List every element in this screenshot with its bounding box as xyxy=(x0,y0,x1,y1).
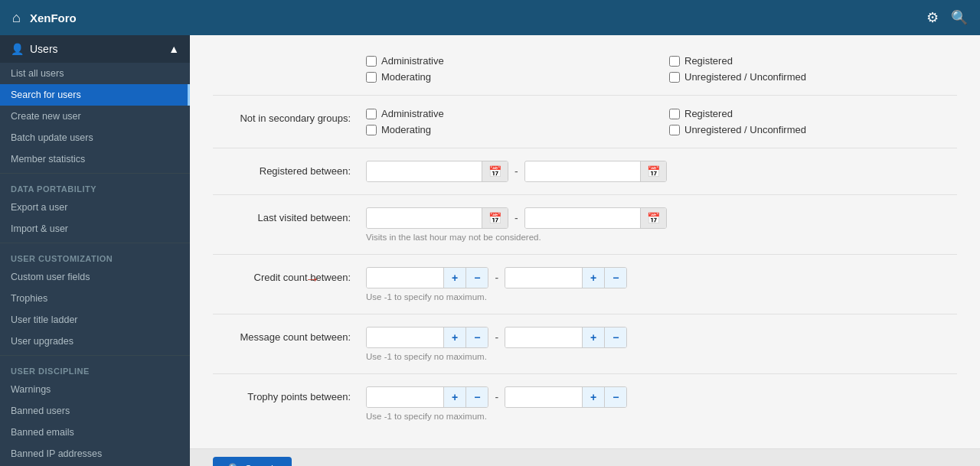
form-label-primary xyxy=(213,55,366,60)
registered-between-row: Registered between: 📅 - 📅 xyxy=(213,148,957,195)
message-max-input[interactable]: -1 xyxy=(505,328,582,347)
navbar: ⌂ XenForo ⚙ 🔍 xyxy=(0,0,980,35)
search-bar-bottom: 🔍 Search xyxy=(190,448,980,466)
credit-max-group: -1 + − xyxy=(505,267,627,288)
registered-date-from-calendar-btn[interactable]: 📅 xyxy=(482,161,508,181)
checkbox-registered-secondary-label: Registered xyxy=(684,108,733,119)
sidebar-item-banned-users[interactable]: Banned users xyxy=(0,400,190,422)
sidebar-section-header[interactable]: 👤 Users ▲ xyxy=(0,35,190,63)
settings-icon[interactable]: ⚙ xyxy=(926,9,939,26)
sidebar-item-custom-user-fields[interactable]: Custom user fields xyxy=(0,266,190,288)
message-max-minus-btn[interactable]: − xyxy=(604,328,626,347)
trophy-max-input[interactable]: -1 xyxy=(505,388,582,407)
message-count-range: 0 + − - -1 + − xyxy=(366,327,957,348)
credit-min-plus-btn[interactable]: + xyxy=(443,268,466,288)
credit-count-row: → Credit count between: 0 + − - -1 + xyxy=(213,255,957,314)
trophy-max-minus-btn[interactable]: − xyxy=(604,387,626,407)
user-customization-label: User customization xyxy=(0,246,190,266)
checkbox-unregistered-primary-label: Unregistered / Unconfirmed xyxy=(684,71,806,83)
credit-count-range: 0 + − - -1 + − xyxy=(366,267,957,288)
checkbox-unregistered-secondary-label: Unregistered / Unconfirmed xyxy=(684,124,806,135)
sidebar-item-banned-ip-addresses[interactable]: Banned IP addresses xyxy=(0,443,190,464)
message-min-input[interactable]: 0 xyxy=(367,328,443,347)
registered-date-to-wrapper: 📅 xyxy=(524,161,667,182)
checkbox-administrative-primary-input[interactable] xyxy=(366,56,377,67)
registered-date-from-wrapper: 📅 xyxy=(366,161,508,182)
checkbox-moderating-secondary-input[interactable] xyxy=(366,125,377,135)
message-count-row: Message count between: 0 + − - -1 + − xyxy=(213,314,957,374)
last-visited-date-from-input[interactable] xyxy=(367,209,482,228)
credit-min-minus-btn[interactable]: − xyxy=(466,268,488,288)
home-icon[interactable]: ⌂ xyxy=(12,10,21,26)
credit-range-separator: - xyxy=(495,272,498,284)
trophy-min-input[interactable]: 0 xyxy=(367,388,443,407)
last-visited-hint: Visits in the last hour may not be consi… xyxy=(366,233,957,242)
trophy-min-minus-btn[interactable]: − xyxy=(466,387,488,407)
registered-date-from-input[interactable] xyxy=(367,162,482,181)
sidebar-item-list-all-users[interactable]: List all users xyxy=(0,63,190,84)
credit-max-plus-btn[interactable]: + xyxy=(582,268,604,288)
sidebar-item-user-title-ladder[interactable]: User title ladder xyxy=(0,309,190,331)
brand-name: XenForo xyxy=(30,11,77,24)
checkbox-moderating-primary-input[interactable] xyxy=(366,72,377,83)
sidebar-divider-2 xyxy=(0,243,190,243)
secondary-groups-content: Administrative Registered Moderating xyxy=(366,108,957,135)
sidebar-item-import-a-user[interactable]: Import & user xyxy=(0,218,190,240)
message-min-plus-btn[interactable]: + xyxy=(443,328,466,347)
sidebar-item-batch-update-users[interactable]: Batch update users xyxy=(0,127,190,148)
credit-max-minus-btn[interactable]: − xyxy=(604,268,626,288)
message-count-label: Message count between: xyxy=(213,327,366,343)
search-button[interactable]: 🔍 Search xyxy=(213,457,292,466)
checkbox-registered-primary: Registered xyxy=(669,55,957,67)
sidebar-item-export-a-user[interactable]: Export a user xyxy=(0,197,190,218)
user-icon: 👤 xyxy=(11,43,24,55)
registered-date-separator: - xyxy=(514,165,518,178)
primary-groups-content: Administrative Registered Moderating xyxy=(366,55,957,83)
secondary-groups-row: Not in secondary groups: Administrative … xyxy=(213,96,957,148)
last-visited-content: 📅 - 📅 Visits in the last hour may not be… xyxy=(366,207,957,242)
credit-count-hint: Use -1 to specify no maximum. xyxy=(366,292,957,301)
last-visited-date-to-input[interactable] xyxy=(525,209,640,228)
trophy-min-plus-btn[interactable]: + xyxy=(443,387,466,407)
trophy-points-hint: Use -1 to specify no maximum. xyxy=(366,412,957,421)
sidebar-item-warnings[interactable]: Warnings xyxy=(0,379,190,400)
sidebar-item-create-new-user[interactable]: Create new user xyxy=(0,106,190,127)
credit-count-content: 0 + − - -1 + − Use -1 to specify no maxi… xyxy=(366,267,957,301)
message-min-minus-btn[interactable]: − xyxy=(466,328,488,347)
checkbox-administrative-primary: Administrative xyxy=(366,55,654,67)
search-icon[interactable]: 🔍 xyxy=(951,9,968,26)
registered-date-to-input[interactable] xyxy=(525,162,640,181)
checkbox-administrative-secondary-input[interactable] xyxy=(366,109,377,119)
checkbox-administrative-secondary-label: Administrative xyxy=(381,108,444,119)
checkbox-unregistered-primary-input[interactable] xyxy=(669,72,680,83)
last-visited-date-to-calendar-btn[interactable]: 📅 xyxy=(640,208,666,228)
sidebar-item-member-statistics[interactable]: Member statistics xyxy=(0,148,190,170)
trophy-max-plus-btn[interactable]: + xyxy=(582,387,604,407)
checkbox-moderating-primary-label: Moderating xyxy=(381,71,431,83)
checkbox-administrative-secondary: Administrative xyxy=(366,108,654,119)
credit-count-label: Credit count between: xyxy=(213,267,366,283)
trophy-max-group: -1 + − xyxy=(505,386,627,408)
last-visited-row: Last visited between: 📅 - 📅 Visits xyxy=(213,195,957,255)
last-visited-date-to-wrapper: 📅 xyxy=(524,207,667,229)
checkbox-unregistered-secondary-input[interactable] xyxy=(669,125,680,135)
sidebar-item-banned-emails[interactable]: Banned emails xyxy=(0,422,190,443)
credit-max-input[interactable]: -1 xyxy=(505,269,582,288)
sidebar-item-search-for-users[interactable]: Search for users xyxy=(0,84,190,106)
registered-date-to-calendar-btn[interactable]: 📅 xyxy=(640,161,666,181)
checkbox-registered-primary-input[interactable] xyxy=(669,56,680,67)
checkbox-moderating-secondary: Moderating xyxy=(366,124,654,135)
last-visited-date-separator: - xyxy=(514,212,518,224)
sidebar-item-user-upgrades[interactable]: User upgrades xyxy=(0,331,190,352)
message-min-group: 0 + − xyxy=(366,327,488,348)
checkbox-registered-secondary: Registered xyxy=(669,108,957,119)
primary-groups-row: Administrative Registered Moderating xyxy=(213,43,957,96)
sidebar-section-title: Users xyxy=(30,43,58,55)
sidebar-divider-3 xyxy=(0,355,190,356)
message-max-plus-btn[interactable]: + xyxy=(582,328,604,347)
checkbox-registered-secondary-input[interactable] xyxy=(669,109,680,119)
credit-min-input[interactable]: 0 xyxy=(367,269,443,288)
red-arrow-annotation: → xyxy=(305,270,320,288)
sidebar-item-trophies[interactable]: Trophies xyxy=(0,288,190,309)
last-visited-date-from-calendar-btn[interactable]: 📅 xyxy=(482,208,508,228)
